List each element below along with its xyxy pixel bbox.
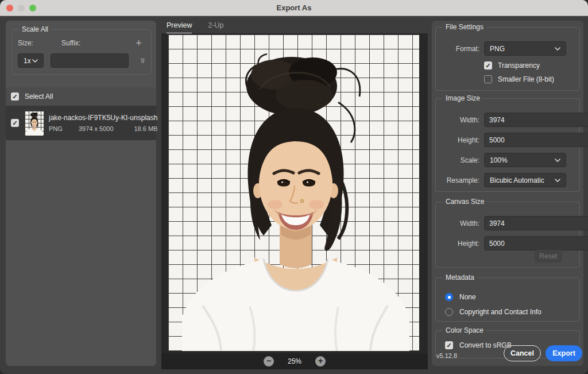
color-space-label: Color Space (443, 326, 486, 334)
file-checkbox[interactable]: ✓ (11, 119, 19, 127)
size-label: Size: (18, 39, 61, 47)
canvas-height-label: Height: (442, 240, 479, 248)
resample-dropdown[interactable]: Bicubic Automatic (484, 173, 566, 187)
scale-all-label: Scale All (19, 25, 51, 33)
preview-viewport (161, 33, 428, 353)
canvas-size-label: Canvas Size (443, 198, 487, 206)
file-settings-label: File Settings (443, 23, 486, 31)
zoom-level: 25% (288, 357, 301, 365)
zoom-out-icon[interactable]: − (264, 356, 274, 367)
smaller-file-checkbox[interactable] (484, 75, 492, 83)
format-dropdown[interactable]: PNG (484, 41, 566, 56)
metadata-copyright-label: Copyright and Contact Info (459, 308, 541, 316)
file-format: PNG (49, 125, 79, 132)
file-settings-group: File Settings Format: PNG ✓ Transparency… (435, 23, 580, 91)
select-all-label: Select All (25, 92, 53, 101)
transparency-label: Transparency (498, 61, 540, 70)
preview-tabs: Preview 2-Up (167, 21, 224, 34)
settings-sidebar: File Settings Format: PNG ✓ Transparency… (432, 21, 583, 366)
metadata-none-radio[interactable] (445, 293, 453, 301)
file-meta: jake-nackos-IF9TK5Uy-KI-unsplash PNG 397… (49, 114, 162, 132)
cancel-button[interactable]: Cancel (504, 345, 541, 361)
export-button[interactable]: Export (546, 345, 582, 361)
image-width-input[interactable] (484, 113, 588, 127)
window-title: Export As (0, 3, 588, 12)
resample-label: Resample: (442, 176, 479, 184)
trash-icon[interactable] (140, 56, 145, 65)
file-dimensions: 3974 x 5000 (79, 125, 134, 132)
chevron-down-icon (555, 179, 560, 182)
add-scale-button[interactable]: + (136, 39, 142, 47)
smaller-file-label: Smaller File (8-bit) (498, 75, 554, 83)
left-sidebar: Scale All Size: Suffix: + 1x ✓ Select Al… (6, 21, 156, 366)
metadata-copyright-radio[interactable] (445, 308, 453, 316)
file-list-item[interactable]: ✓ jake-nackos-IF9TK5Uy-KI-unsplash PNG 3… (6, 106, 156, 140)
file-thumbnail (25, 111, 44, 136)
format-label: Format: (442, 45, 479, 53)
suffix-label: Suffix: (61, 39, 80, 47)
scale-all-group: Scale All Size: Suffix: + 1x (11, 25, 152, 75)
file-name: jake-nackos-IF9TK5Uy-KI-unsplash (49, 114, 157, 122)
canvas-width-label: Width: (442, 219, 479, 228)
title-bar: Export As (0, 0, 588, 16)
image-size-label: Image Size (443, 94, 483, 102)
metadata-none-label: None (459, 293, 476, 301)
zoom-in-icon[interactable]: + (315, 356, 326, 367)
format-value: PNG (490, 45, 505, 53)
export-as-dialog: Export As Scale All Size: Suffix: + 1x (0, 0, 588, 374)
scale-value: 100% (490, 156, 508, 164)
size-dropdown[interactable]: 1x (18, 53, 44, 68)
tab-preview[interactable]: Preview (167, 21, 192, 34)
dialog-footer: v5.12.8 Cancel Export (432, 344, 583, 361)
image-width-label: Width: (442, 116, 479, 124)
size-value: 1x (24, 57, 31, 65)
canvas-height-input[interactable] (484, 236, 588, 250)
zoom-bar: − 25% + (161, 353, 428, 369)
chevron-down-icon (555, 47, 560, 51)
reset-button[interactable]: Reset (535, 250, 562, 263)
suffix-input[interactable] (51, 53, 128, 68)
canvas-size-group: Canvas Size Width: px Height: px Reset (435, 198, 580, 268)
chevron-down-icon (555, 159, 560, 162)
resample-value: Bicubic Automatic (490, 176, 544, 184)
metadata-label: Metadata (443, 273, 477, 282)
preview-image (168, 34, 419, 351)
image-height-input[interactable] (484, 133, 588, 147)
scale-label: Scale: (442, 156, 479, 164)
image-size-group: Image Size Width: px Height: px Scale: 1… (435, 94, 580, 192)
tab-2up[interactable]: 2-Up (208, 21, 223, 34)
image-height-label: Height: (442, 136, 479, 144)
file-size: 18.6 MB (134, 125, 157, 132)
select-all-row: ✓ Select All (6, 87, 156, 106)
version-label: v5.12.8 (436, 352, 457, 359)
metadata-group: Metadata None Copyright and Contact Info (435, 273, 580, 322)
select-all-checkbox[interactable]: ✓ (11, 92, 19, 101)
scale-dropdown[interactable]: 100% (484, 153, 566, 167)
transparency-checkbox[interactable]: ✓ (484, 61, 492, 70)
chevron-down-icon (32, 59, 38, 63)
canvas-width-input[interactable] (484, 216, 588, 230)
